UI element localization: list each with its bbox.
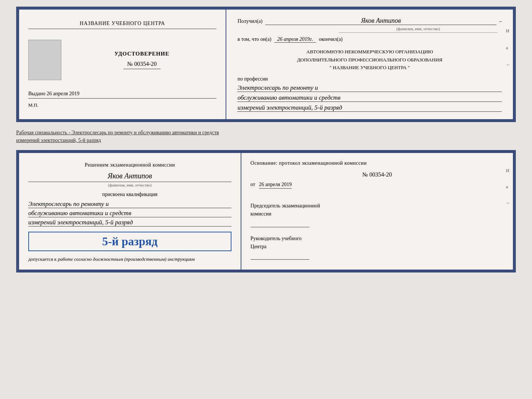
- okonchill-label: окончил(а): [319, 36, 343, 42]
- dopusk-label: допускается к: [28, 256, 57, 262]
- profession-line3: измерений электростанций, 5-й разряд: [237, 104, 502, 112]
- vtom-date: 26 апреля 2019г.: [274, 36, 316, 43]
- udostoverenie-title: УДОСТОВЕРЕНИЕ: [114, 51, 169, 57]
- qual-profession-line1: Электрослесарь по ремонту и: [28, 200, 231, 208]
- udostoverenie-block: УДОСТОВЕРЕНИЕ № 00354-20: [67, 51, 216, 69]
- vydano-label: Выдано: [28, 91, 46, 96]
- diploma-bottom-section: Выдано 26 апреля 2019 М.П.: [28, 91, 216, 108]
- mp-label: М.П.: [28, 102, 216, 108]
- side-mark-i: И: [506, 28, 511, 34]
- applicant-name: Яков Антипов: [28, 172, 231, 182]
- ot-line-wrapper: от 26 апреля 2019: [251, 181, 504, 196]
- org-block: АВТОНОМНУЮ НЕКОММЕРЧЕСКУЮ ОРГАНИЗАЦИЮ ДО…: [237, 48, 502, 72]
- fio-sub-ql: (фамилия, имя, отчество): [28, 183, 231, 187]
- ruk-label: Руководитель учебного: [251, 235, 504, 243]
- resheniem-title: Решением экзаменационной комиссии: [28, 162, 231, 168]
- recipient-line: Получил(а) Яков Антипов –: [237, 17, 502, 25]
- middle-text-line1: Рабочая специальность - Электрослесарь п…: [16, 129, 516, 136]
- middle-text-line2: измерений электростанций, 5-й разряд: [16, 136, 516, 144]
- diploma-left-panel: НАЗВАНИЕ УЧЕБНОГО ЦЕНТРА УДОСТОВЕРЕНИЕ №…: [19, 10, 226, 119]
- qual-profession-line2: обслуживанию автоматики и средств: [28, 210, 231, 217]
- side-marks: И а ←: [506, 28, 511, 68]
- vtom-label: в том, что он(а): [237, 36, 271, 42]
- side-mark-arrow: ←: [506, 62, 511, 68]
- udostoverenie-number: № 00354-20: [123, 59, 161, 69]
- ot-label: от: [251, 182, 255, 187]
- profession-line2: обслуживанию автоматики и средств: [237, 94, 502, 102]
- ruk-label2: Центра: [251, 243, 504, 251]
- diploma-right-panel: Получил(а) Яков Антипов – (фамилия, имя,…: [226, 10, 513, 119]
- ot-date: 26 апреля 2019: [259, 182, 292, 189]
- razryad-badge: 5-й разряд: [28, 232, 231, 251]
- org-line2: ДОПОЛНИТЕЛЬНОГО ПРОФЕССИОНАЛЬНОГО ОБРАЗО…: [237, 56, 502, 64]
- side-mark-a: а: [506, 45, 511, 51]
- org-line3: " НАЗВАНИЕ УЧЕБНОГО ЦЕНТРА ": [237, 64, 502, 72]
- prisvoena-line: присвоена квалификация: [28, 192, 231, 197]
- qual-left-panel: Решением экзаменационной комиссии Яков А…: [19, 153, 241, 270]
- vydano-date: 26 апреля 2019: [47, 91, 79, 96]
- school-name-top: НАЗВАНИЕ УЧЕБНОГО ЦЕНТРА: [28, 21, 216, 29]
- osnovanie-title: Основание: протокол экзаменационной коми…: [251, 160, 504, 166]
- profession-line1: Электрослесарь по ремонту и: [237, 84, 502, 92]
- chairman-block: Председатель экзаменационной комиссии: [251, 202, 504, 227]
- diploma-middle-section: УДОСТОВЕРЕНИЕ № 00354-20: [28, 40, 216, 80]
- diploma-document: НАЗВАНИЕ УЧЕБНОГО ЦЕНТРА УДОСТОВЕРЕНИЕ №…: [16, 7, 516, 122]
- chairman-label2: комиссии: [251, 210, 504, 218]
- vydano-line: Выдано 26 апреля 2019: [28, 91, 216, 99]
- qual-side-mark-a: а: [506, 184, 511, 190]
- qualification-document: Решением экзаменационной комиссии Яков А…: [16, 150, 516, 272]
- chairman-signature-line: [251, 220, 309, 227]
- poluchil-label: Получил(а): [237, 18, 262, 24]
- chairman-label: Председатель экзаменационной: [251, 202, 504, 210]
- photo-placeholder: [28, 40, 61, 80]
- dopusk-italic: работе согласно должностным (производств…: [58, 256, 194, 262]
- recipient-name: Яков Антипов: [265, 17, 496, 25]
- ruk-signature-line: [251, 252, 309, 260]
- qual-right-panel: Основание: протокол экзаменационной коми…: [241, 153, 513, 270]
- recipient-dash: –: [499, 18, 502, 24]
- ruk-block: Руководитель учебного Центра: [251, 235, 504, 260]
- qual-side-mark-i: И: [506, 168, 511, 174]
- vtom-line: в том, что он(а) 26 апреля 2019г. окончи…: [237, 36, 502, 43]
- qual-side-mark-arrow: ←: [506, 200, 511, 206]
- qual-profession-line3: измерений электростанций, 5-й разряд: [28, 219, 231, 227]
- fio-subtitle: (фамилия, имя, отчество): [339, 26, 497, 33]
- org-line1: АВТОНОМНУЮ НЕКОММЕРЧЕСКУЮ ОРГАНИЗАЦИЮ: [237, 48, 502, 56]
- middle-description: Рабочая специальность - Электрослесарь п…: [16, 126, 516, 147]
- protocol-number: № 00354-20: [251, 171, 504, 178]
- dopuskaetsya-line: допускается к работе согласно должностны…: [28, 256, 231, 262]
- po-professii: по профессии: [237, 76, 502, 82]
- side-marks-qual: И а ←: [506, 168, 511, 206]
